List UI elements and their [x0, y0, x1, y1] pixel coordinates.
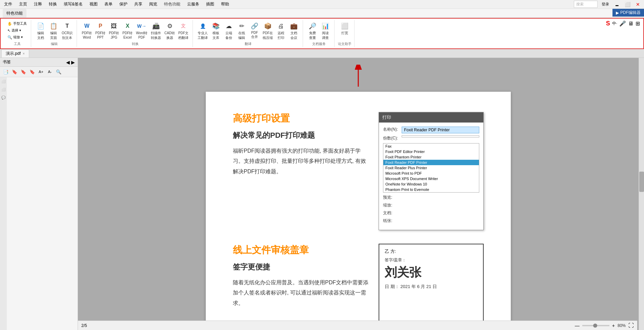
- printer-foxit-editor[interactable]: Foxit PDF Editor Printer: [383, 149, 479, 154]
- grid-icon[interactable]: ⊞: [636, 20, 640, 27]
- pdf-to-excel-button[interactable]: X PDF转Excel: [121, 21, 134, 40]
- sidebar-tool-1[interactable]: 📑: [2, 68, 9, 75]
- menu-help[interactable]: 帮助: [220, 1, 230, 8]
- print-name-value[interactable]: Foxit Reader PDF Printer: [402, 127, 479, 133]
- print-doc-row: 文档:: [383, 210, 479, 216]
- printer-foxit-reader[interactable]: Foxit Reader PDF Printer: [383, 160, 479, 165]
- minimize-icon[interactable]: 🗕: [613, 1, 621, 8]
- sidebar-side-icons: ⬜ ⬜ 💬: [0, 77, 7, 330]
- zoom-minus-btn[interactable]: —: [573, 323, 581, 328]
- print-count-value[interactable]: [402, 135, 479, 137]
- ocr-button[interactable]: T OCR识别文本: [60, 21, 74, 41]
- printer-foxit-plus[interactable]: Foxit Reader Plus Printer: [383, 165, 479, 171]
- zoom-plus-btn[interactable]: +: [611, 323, 616, 328]
- compress-label: PDF在线压缩: [263, 31, 273, 40]
- print-name-row: 名称(N): Foxit Reader PDF Printer: [383, 127, 479, 133]
- remote-print-btn[interactable]: 🖨 远程打印: [275, 21, 287, 41]
- printer-phantom-evernote[interactable]: Phantom Print to Evernote: [383, 187, 479, 192]
- pdf-translate-icon: 文: [179, 21, 188, 31]
- edit-doc-button[interactable]: 📄 编辑文档: [35, 21, 47, 41]
- print-preview-row: 预览:: [383, 195, 479, 200]
- sidebar-font-decrease[interactable]: A-: [46, 68, 54, 75]
- pdf-to-ppt-button[interactable]: P PDF转PPT: [94, 21, 107, 40]
- menu-convert[interactable]: 转换: [47, 1, 58, 8]
- scroll-area[interactable]: [639, 58, 644, 330]
- zoom-tool-button[interactable]: 🔍 缩放 ▾: [6, 34, 28, 40]
- print-dialog-title: 打印: [379, 112, 483, 123]
- sidebar-font-increase[interactable]: A+: [37, 68, 45, 75]
- printer-ms-pdf[interactable]: Microsoft Print to PDF: [383, 171, 479, 176]
- menu-file[interactable]: 文件: [3, 1, 14, 8]
- doc-meeting-btn[interactable]: 💼 文档会议: [288, 21, 300, 41]
- ocr-icon: T: [62, 21, 72, 31]
- sidebar-search-btn[interactable]: 🔍: [55, 68, 62, 75]
- printer-onenote[interactable]: OneNote for Windows 10: [383, 181, 479, 187]
- hand-tool-button[interactable]: ✋ 手型工具: [6, 21, 28, 27]
- zoom-slider-thumb: [593, 324, 597, 328]
- content-area[interactable]: 高级打印设置 解决常见的PDF打印难题 福昕PDF阅读器拥有强大的打印功能, 界…: [78, 58, 639, 330]
- check-duplicate-btn[interactable]: 🔎 免费查重: [306, 21, 319, 41]
- printer-foxit-phantom[interactable]: Foxit Phantom Printer: [383, 154, 479, 160]
- sidebar-icon-3[interactable]: 💬: [1, 95, 6, 100]
- sogou-s-icon: S: [606, 20, 610, 27]
- tab-special-functions[interactable]: 特色功能: [3, 9, 26, 18]
- menu-form[interactable]: 表单: [103, 1, 114, 8]
- cloud-label: 云端备份: [225, 31, 232, 40]
- tools-buttons: ✋ 手型工具 ↖ 选择 ▾ 🔍 缩放 ▾: [6, 21, 28, 40]
- select-tool-button[interactable]: ↖ 选择 ▾: [6, 27, 28, 34]
- menu-home[interactable]: 主页: [18, 1, 28, 8]
- doc-tab[interactable]: 演示.pdf ×: [1, 49, 29, 58]
- pdf-merge-btn[interactable]: 🔗 PDF合并: [248, 21, 261, 40]
- read-survey-btn[interactable]: 📊 阅读调查: [319, 21, 331, 41]
- word-to-pdf-button[interactable]: W→ Word转PDF: [135, 21, 149, 40]
- menu-annotate[interactable]: 注释: [33, 1, 43, 8]
- cad-convert-button[interactable]: ⚙ CAD转换器: [163, 21, 176, 41]
- search-bar[interactable]: 搜索: [574, 1, 598, 8]
- pdf-to-excel-label: PDF转Excel: [122, 31, 133, 39]
- printer-fax[interactable]: Fax: [383, 144, 479, 149]
- print-scale-row: 缩放:: [383, 202, 479, 208]
- edit-buttons: 📄 编辑文档 📋 编辑页面 T OCR识别文本: [35, 21, 74, 41]
- doc-tab-close[interactable]: ×: [23, 52, 25, 56]
- menu-browse[interactable]: 阅览: [148, 1, 159, 8]
- zoom-slider[interactable]: [582, 325, 609, 326]
- sidebar-tool-4[interactable]: 🔖: [28, 68, 36, 75]
- template-btn[interactable]: 📚 模板文库: [210, 21, 222, 41]
- menu-view[interactable]: 视图: [88, 1, 99, 8]
- tab-bar: 演示.pdf ×: [0, 49, 644, 58]
- red-arrow-icon: [345, 65, 372, 88]
- screen-icon[interactable]: 🖥: [628, 21, 633, 27]
- pdf-translate-button[interactable]: 文 PDF文档翻译: [177, 21, 190, 41]
- close-icon[interactable]: ✕: [635, 1, 641, 8]
- pdf-to-word-button[interactable]: W PDF转Word: [80, 21, 93, 40]
- pro-translate-button[interactable]: 👤 专业人工翻译: [196, 21, 209, 41]
- mic-icon[interactable]: 🎤: [619, 20, 626, 27]
- sig-date-label: 日 期：: [385, 284, 399, 289]
- edit-page-button[interactable]: 📋 编辑页面: [47, 21, 60, 41]
- scroll-thumb[interactable]: [639, 172, 644, 192]
- login-button[interactable]: 登录: [600, 1, 610, 7]
- pdf-to-jpg-button[interactable]: 🖼 PDF转JPG: [107, 21, 120, 40]
- sidebar-next-btn[interactable]: ▶: [71, 60, 75, 65]
- cloud-backup-btn[interactable]: ☁ 云端备份: [223, 21, 235, 41]
- expand-icon[interactable]: ⬜: [623, 1, 632, 8]
- menu-cloud[interactable]: 云服务: [186, 1, 201, 8]
- scan-convert-button[interactable]: 📠 扫描件转换器: [149, 21, 162, 41]
- menu-sign[interactable]: 填写&签名: [62, 1, 84, 8]
- online-edit-btn[interactable]: ✏ 在线编辑: [236, 21, 248, 41]
- sidebar-prev-btn[interactable]: ◀: [66, 60, 70, 65]
- sidebar-icon-1[interactable]: ⬜: [1, 79, 6, 84]
- menu-share[interactable]: 共享: [133, 1, 144, 8]
- printer-ms-xps[interactable]: Microsoft XPS Document Writer: [383, 176, 479, 181]
- print-paper-label: 纸张:: [383, 218, 402, 224]
- menu-special[interactable]: 特色功能: [163, 1, 182, 8]
- sidebar-tool-2[interactable]: 🔖: [11, 68, 18, 75]
- fullscreen-btn[interactable]: ⛶: [628, 323, 634, 329]
- menu-insert[interactable]: 插图: [205, 1, 216, 8]
- menu-protect[interactable]: 保护: [118, 1, 129, 8]
- print-wide-btn[interactable]: ⬜ 打宽: [339, 21, 351, 36]
- online-compress-btn[interactable]: 📦 PDF在线压缩: [261, 21, 274, 41]
- sidebar-icon-2[interactable]: ⬜: [1, 87, 6, 92]
- print-name-label: 名称(N):: [383, 127, 402, 132]
- sidebar-tool-3[interactable]: 🔖: [20, 68, 27, 75]
